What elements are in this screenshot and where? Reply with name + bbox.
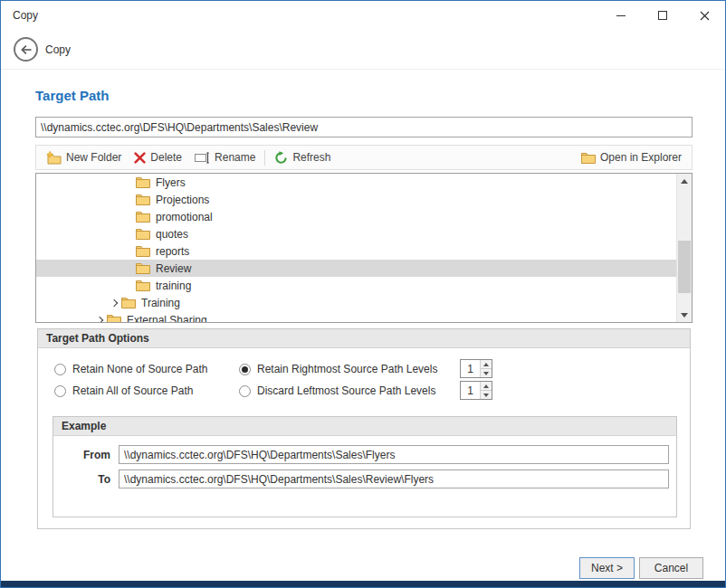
radio-retain-none-label: Retain None of Source Path — [72, 363, 207, 375]
titlebar: Copy — [1, 1, 725, 30]
delete-button[interactable]: Delete — [128, 147, 188, 168]
refresh-label: Refresh — [292, 151, 330, 164]
new-folder-label: New Folder — [66, 151, 121, 164]
radio-circle — [239, 385, 251, 397]
tree-row[interactable]: Flyers — [36, 174, 676, 191]
to-label: To — [62, 473, 119, 486]
back-button[interactable] — [14, 37, 38, 62]
tree-item-label: Review — [156, 262, 191, 275]
tree-item-label: quotes — [156, 228, 188, 241]
window-controls — [600, 1, 725, 30]
radio-retain-rightmost-label: Retain Rightmost Source Path Levels — [257, 363, 437, 375]
window-title: Copy — [13, 9, 38, 22]
bottom-accent-band — [1, 581, 725, 587]
tree-item-label: Projections — [156, 194, 209, 206]
tree-row[interactable]: training — [36, 277, 676, 294]
close-icon — [700, 11, 710, 21]
example-to-row: To — [62, 469, 669, 488]
back-arrow-icon — [20, 44, 33, 55]
folder-icon — [136, 262, 150, 274]
to-path-input[interactable] — [119, 469, 669, 488]
tree-item-label: External Sharing — [127, 314, 207, 323]
copy-dialog-window: Copy Copy Target Path — [0, 0, 726, 588]
rightmost-levels-spinner[interactable] — [460, 359, 492, 378]
close-button[interactable] — [683, 1, 725, 30]
radio-circle — [54, 364, 66, 375]
tree-row[interactable]: Review — [36, 260, 676, 277]
toolbar-separator — [264, 150, 265, 166]
tree-item-label: Training — [141, 297, 180, 309]
refresh-icon — [274, 151, 288, 165]
spinner-arrows — [480, 382, 492, 399]
tree-item-label: promotional — [156, 211, 213, 223]
tree-row[interactable]: Training — [36, 294, 676, 311]
tree-row[interactable]: Projections — [36, 191, 676, 208]
radio-discard-leftmost-label: Discard Leftmost Source Path Levels — [257, 384, 435, 397]
leftmost-levels-value[interactable] — [461, 382, 480, 399]
folder-icon — [136, 211, 150, 223]
tree-row[interactable]: quotes — [36, 225, 676, 242]
header: Copy — [1, 30, 725, 70]
spinner-arrows — [480, 360, 492, 377]
scrollbar-up-arrow[interactable] — [677, 174, 692, 188]
example-from-row: From — [62, 445, 669, 464]
open-in-explorer-button[interactable]: Open in Explorer — [575, 147, 688, 168]
from-label: From — [62, 449, 119, 461]
spinner-up-arrow[interactable] — [481, 360, 492, 369]
spinner-up-arrow[interactable] — [481, 382, 492, 391]
folder-tree-panel: Flyers Projections — [35, 173, 693, 323]
leftmost-levels-spinner[interactable] — [460, 381, 492, 400]
new-folder-button[interactable]: New Folder — [40, 147, 128, 168]
rename-icon — [195, 152, 210, 164]
open-in-explorer-icon — [581, 152, 596, 164]
spinner-down-arrow[interactable] — [481, 369, 492, 377]
rightmost-levels-value[interactable] — [461, 360, 480, 377]
radio-retain-all[interactable]: Retain All of Source Path — [54, 384, 193, 397]
radio-circle — [239, 364, 251, 375]
tree-item-label: training — [156, 280, 191, 292]
tree-item-label: Flyers — [156, 176, 186, 189]
maximize-icon — [658, 11, 667, 20]
folder-icon — [121, 297, 136, 308]
scrollbar-thumb[interactable] — [678, 241, 691, 293]
minimize-button[interactable] — [600, 1, 642, 30]
tree-scrollbar[interactable] — [676, 174, 692, 322]
spinner-down-arrow[interactable] — [481, 391, 492, 399]
minimize-icon — [616, 15, 626, 16]
tree-row[interactable]: promotional — [36, 208, 676, 225]
example-group-header: Example — [53, 417, 676, 436]
folder-icon — [136, 194, 150, 205]
scrollbar-down-arrow[interactable] — [677, 308, 692, 322]
refresh-button[interactable]: Refresh — [268, 147, 337, 168]
radio-retain-none[interactable]: Retain None of Source Path — [54, 363, 207, 375]
folder-icon — [136, 176, 150, 188]
radio-circle — [54, 385, 66, 397]
cancel-button[interactable]: Cancel — [639, 557, 703, 579]
new-folder-icon — [46, 151, 62, 165]
folder-toolbar: New Folder Delete Rename — [35, 145, 693, 170]
target-path-options-header: Target Path Options — [38, 329, 690, 348]
example-group: Example From To — [53, 416, 677, 517]
next-button[interactable]: Next > — [579, 557, 635, 579]
from-path-input[interactable] — [119, 445, 669, 464]
folder-icon — [136, 228, 150, 240]
header-title: Copy — [45, 43, 71, 56]
radio-retain-all-label: Retain All of Source Path — [72, 384, 193, 397]
chevron-right-icon — [109, 300, 121, 306]
maximize-button[interactable] — [642, 1, 683, 30]
open-in-explorer-label: Open in Explorer — [600, 151, 682, 164]
folder-tree: Flyers Projections — [36, 174, 676, 322]
target-path-input[interactable] — [35, 117, 693, 138]
folder-icon — [136, 280, 150, 291]
rename-button[interactable]: Rename — [188, 147, 262, 168]
folder-icon — [107, 314, 121, 322]
chevron-right-icon — [94, 318, 107, 323]
folder-icon — [136, 245, 150, 257]
page-title: Target Path — [35, 88, 109, 103]
delete-label: Delete — [150, 151, 182, 164]
delete-icon — [134, 152, 146, 164]
tree-row[interactable]: External Sharing — [36, 311, 676, 322]
radio-retain-rightmost[interactable]: Retain Rightmost Source Path Levels — [239, 363, 437, 375]
radio-discard-leftmost[interactable]: Discard Leftmost Source Path Levels — [239, 384, 435, 397]
tree-row[interactable]: reports — [36, 242, 676, 260]
